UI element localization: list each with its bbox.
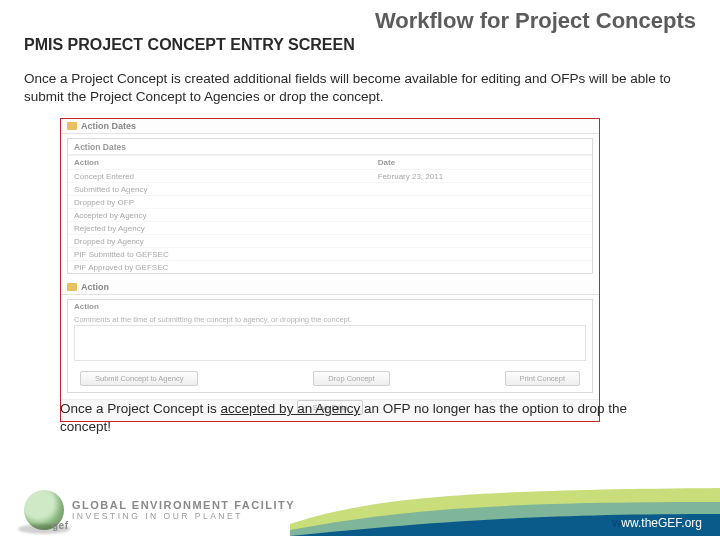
action-subheader: Action [68, 300, 592, 313]
gef-logo: gef GLOBAL ENVIRONMENT FACILITY INVESTIN… [24, 490, 295, 530]
gef-wordmark: gef [52, 520, 69, 531]
panel-action-dates-header: Action Dates [61, 119, 599, 134]
closing-pre: Once a Project Concept is [60, 401, 221, 416]
embedded-screenshot: Action Dates Action Dates Action Date Co… [60, 118, 600, 422]
intro-paragraph: Once a Project Concept is created additi… [24, 70, 680, 106]
url-w: w [612, 516, 621, 530]
print-concept-button[interactable]: Print Concept [505, 371, 580, 386]
slide-title: Workflow for Project Concepts [375, 8, 696, 34]
panel-action-header: Action [61, 280, 599, 295]
section-title: PMIS PROJECT CONCEPT ENTRY SCREEN [24, 36, 355, 54]
closing-underlined: accepted by an Agency [221, 401, 361, 416]
table-row: PIF Approved by GEFSEC [68, 261, 592, 274]
slide-footer: gef GLOBAL ENVIRONMENT FACILITY INVESTIN… [0, 474, 720, 536]
brand-line2: INVESTING IN OUR PLANET [72, 511, 295, 521]
table-row: Rejected by Agency [68, 222, 592, 235]
folder-icon [67, 122, 77, 130]
table-row: PIF Submitted to GEFSEC [68, 248, 592, 261]
table-row: Submitted to Agency [68, 183, 592, 196]
col-action: Action [68, 156, 372, 170]
table-row: Accepted by Agency [68, 209, 592, 222]
panel-title-label: Action Dates [81, 121, 136, 131]
brand-line1: GLOBAL ENVIRONMENT FACILITY [72, 499, 295, 511]
panel-title-label: Action [81, 282, 109, 292]
action-panel: Action Comments at the time of submittin… [67, 299, 593, 393]
folder-icon [67, 283, 77, 291]
closing-paragraph: Once a Project Concept is accepted by an… [60, 400, 640, 436]
comment-textarea[interactable] [74, 325, 586, 361]
footer-url: www.theGEF.org [612, 516, 702, 530]
action-dates-table: Action Date Concept EnteredFebruary 23, … [68, 155, 592, 273]
table-row: Concept EnteredFebruary 23, 2011 [68, 170, 592, 183]
action-dates-title: Action Dates [68, 139, 592, 155]
action-dates-panel: Action Dates Action Date Concept Entered… [67, 138, 593, 274]
comment-label: Comments at the time of submitting the c… [68, 313, 592, 325]
table-row: Dropped by OFP [68, 196, 592, 209]
url-rest: ww.theGEF.org [621, 516, 702, 530]
submit-concept-button[interactable]: Submit Concept to Agency [80, 371, 198, 386]
table-row: Dropped by Agency [68, 235, 592, 248]
drop-concept-button[interactable]: Drop Concept [313, 371, 389, 386]
col-date: Date [372, 156, 592, 170]
